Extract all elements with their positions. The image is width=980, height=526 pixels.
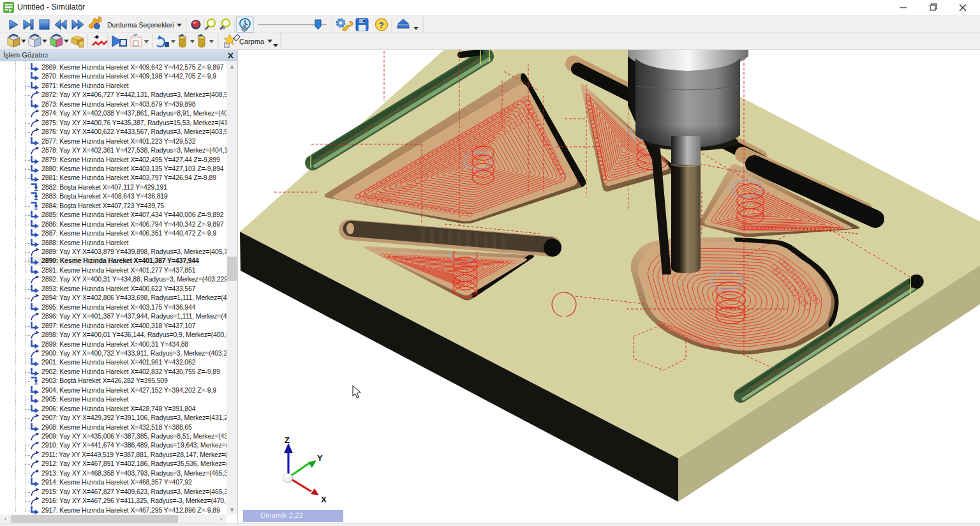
svg-text:Z: Z (285, 435, 290, 445)
svg-text:X: X (321, 495, 327, 504)
svg-text:?: ? (379, 20, 384, 30)
svg-text:Çarpma: Çarpma (239, 38, 265, 45)
svg-text:Y: Y (317, 453, 323, 463)
svg-text:«: « (222, 25, 225, 31)
svg-text:Durdurma Seçenekleri: Durdurma Seçenekleri (107, 21, 174, 29)
